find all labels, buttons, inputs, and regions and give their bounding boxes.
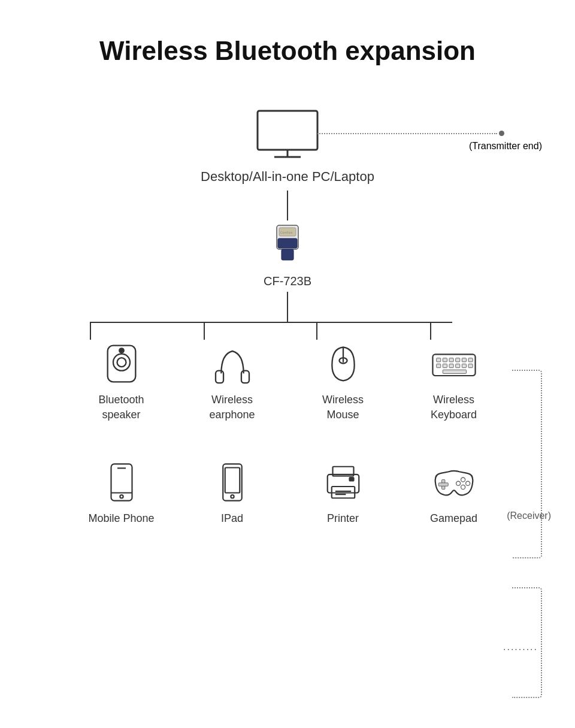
monitor-section: (Transmitter end) Desktop/All-in-one PC/… xyxy=(0,108,575,185)
svg-rect-18 xyxy=(436,358,440,362)
svg-rect-7 xyxy=(282,249,293,260)
svg-rect-6 xyxy=(278,238,297,248)
svg-point-9 xyxy=(113,354,130,371)
device-bluetooth-speaker: Bluetoothspeaker xyxy=(66,340,177,422)
gamepad-label: Gamepad xyxy=(430,511,477,526)
branch-line xyxy=(0,322,575,340)
svg-point-48 xyxy=(461,485,465,490)
svg-rect-29 xyxy=(468,364,473,367)
svg-rect-23 xyxy=(468,358,473,362)
printer-label: Printer xyxy=(327,511,359,526)
svg-point-10 xyxy=(117,358,126,367)
svg-rect-36 xyxy=(225,468,240,493)
ipad-label: IPad xyxy=(221,511,243,526)
page-title: Wireless Bluetooth expansion xyxy=(0,0,575,84)
bluetooth-speaker-icon xyxy=(95,340,149,388)
svg-point-47 xyxy=(465,482,470,486)
connector-line-2 xyxy=(287,292,288,322)
device-wireless-earphone: Wirelessearphone xyxy=(177,340,288,422)
wireless-mouse-label: WirelessMouse xyxy=(322,392,364,422)
ipad-icon xyxy=(205,458,259,506)
device-printer: Printer xyxy=(288,458,398,526)
monitor-icon xyxy=(252,108,323,164)
svg-point-33 xyxy=(120,495,123,498)
devices-row-1: Bluetoothspeaker Wirelessearphone Wirele… xyxy=(0,340,575,422)
device-ipad: IPad xyxy=(177,458,288,526)
wireless-mouse-icon xyxy=(316,340,370,388)
device-wireless-mouse: WirelessMouse xyxy=(288,340,398,422)
bluetooth-speaker-label: Bluetoothspeaker xyxy=(98,392,144,422)
wireless-keyboard-icon xyxy=(427,340,481,388)
monitor-label: Desktop/All-in-one PC/Laptop xyxy=(201,169,374,185)
svg-rect-30 xyxy=(443,370,466,373)
usb-label: CF-723B xyxy=(264,274,311,288)
svg-rect-26 xyxy=(449,364,453,367)
row2-bracket xyxy=(512,587,542,698)
svg-rect-13 xyxy=(216,371,223,383)
wireless-keyboard-label: WirelessKeyboard xyxy=(431,392,477,422)
svg-rect-21 xyxy=(455,358,459,362)
transmitter-label: (Transmitter end) xyxy=(469,141,542,152)
device-wireless-keyboard: WirelessKeyboard xyxy=(398,340,509,422)
usb-icon: ComFast xyxy=(264,220,311,271)
devices-row-2: Mobile Phone IPad Printer xyxy=(0,458,575,526)
svg-rect-25 xyxy=(443,364,447,367)
wireless-earphone-icon xyxy=(205,340,259,388)
svg-rect-28 xyxy=(462,364,466,367)
svg-point-49 xyxy=(456,482,460,486)
transmitter-line xyxy=(317,131,504,136)
gamepad-icon xyxy=(427,458,481,506)
svg-text:ComFast: ComFast xyxy=(280,231,293,234)
svg-rect-0 xyxy=(258,111,317,150)
device-mobile-phone: Mobile Phone xyxy=(66,458,177,526)
mobile-phone-icon xyxy=(95,458,149,506)
svg-rect-27 xyxy=(455,364,459,367)
svg-rect-22 xyxy=(462,358,466,362)
connector-line-1 xyxy=(287,191,288,220)
svg-point-37 xyxy=(231,495,234,498)
wireless-earphone-label: Wirelessearphone xyxy=(209,392,255,422)
svg-point-12 xyxy=(120,349,123,352)
svg-rect-19 xyxy=(443,358,447,362)
svg-rect-24 xyxy=(436,364,440,367)
svg-rect-20 xyxy=(449,358,453,362)
row2-dots: ········· xyxy=(503,644,538,655)
usb-section: ComFast CF-723B xyxy=(0,220,575,288)
svg-rect-14 xyxy=(241,371,249,383)
device-gamepad: Gamepad xyxy=(398,458,509,526)
mobile-phone-label: Mobile Phone xyxy=(88,511,154,526)
svg-rect-45 xyxy=(438,483,448,486)
svg-point-46 xyxy=(461,478,465,482)
svg-rect-43 xyxy=(349,478,353,481)
printer-icon xyxy=(316,458,370,506)
